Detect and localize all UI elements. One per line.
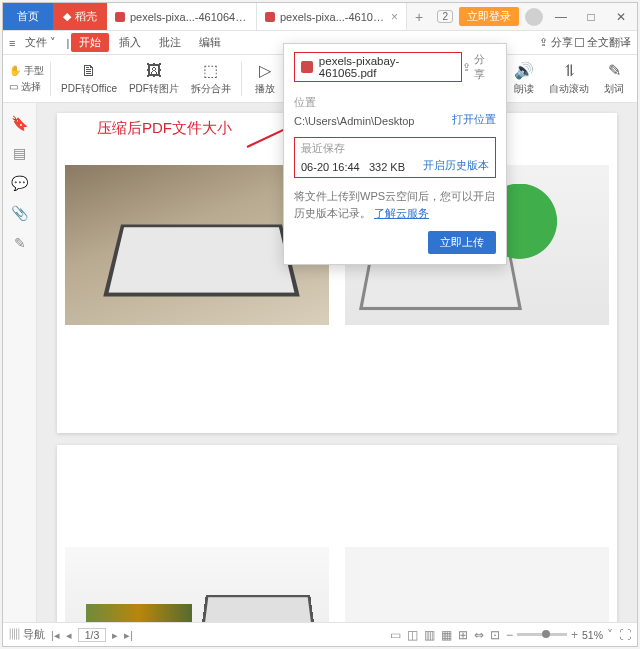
maximize-button[interactable]: □ xyxy=(579,10,603,24)
recent-save-box: 最近保存 06-20 16:44 332 KB 开启历史版本 xyxy=(294,137,496,178)
tab-label: pexels-pixa...-461064.pdf xyxy=(130,11,248,23)
popover-filename-box: pexels-pixabay-461065.pdf xyxy=(294,52,462,82)
first-page-button[interactable]: |◂ xyxy=(51,629,60,641)
comment-icon[interactable]: 💬 xyxy=(11,175,28,191)
file-info-popover: pexels-pixabay-461065.pdf ⇪分享 位置 C:\User… xyxy=(283,43,507,265)
signature-icon[interactable]: ✎ xyxy=(14,235,26,251)
split-merge[interactable]: ⬚拆分合并 xyxy=(187,62,235,96)
tab-label: pexels-pixa...-461065.pdf xyxy=(280,11,386,23)
file-menu[interactable]: 文件 ˅ xyxy=(17,33,64,52)
pdf-image-label: PDF转图片 xyxy=(129,82,179,96)
translate-label: 全文翻译 xyxy=(587,35,631,50)
underline-label: 划词 xyxy=(604,82,624,96)
prev-page-button[interactable]: ◂ xyxy=(66,629,72,641)
play-icon: ▷ xyxy=(259,62,271,80)
zoom-dropdown-icon[interactable]: ˅ xyxy=(607,628,613,642)
select-label: 选择 xyxy=(21,80,41,94)
pdf-icon xyxy=(301,61,313,73)
translate-link[interactable]: 全文翻译 xyxy=(575,35,631,50)
hand-tool[interactable]: ✋ 手型 xyxy=(9,64,44,78)
pen-icon: ✎ xyxy=(608,62,621,80)
share-label: 分享 xyxy=(474,52,496,82)
fullscreen-button[interactable]: ⛶ xyxy=(619,628,631,642)
login-button[interactable]: 立即登录 xyxy=(459,7,519,26)
attachment-icon[interactable]: 📎 xyxy=(11,205,28,221)
cloud-service-link[interactable]: 了解云服务 xyxy=(374,207,429,219)
view-mode-1[interactable]: ▭ xyxy=(390,628,401,642)
play-label: 播放 xyxy=(255,82,275,96)
left-sidebar: 🔖 ▤ 💬 📎 ✎ xyxy=(3,103,37,622)
menu-edit[interactable]: 编辑 xyxy=(191,33,229,52)
read-label: 朗读 xyxy=(514,82,534,96)
view-mode-2[interactable]: ◫ xyxy=(407,628,418,642)
next-page-button[interactable]: ▸ xyxy=(112,629,118,641)
hand-label: 手型 xyxy=(24,64,44,78)
view-mode-3[interactable]: ▥ xyxy=(424,628,435,642)
split-label: 拆分合并 xyxy=(191,82,231,96)
menu-insert[interactable]: 插入 xyxy=(111,33,149,52)
pdf-page-2 xyxy=(57,445,617,622)
menu-annotate[interactable]: 批注 xyxy=(151,33,189,52)
pdf-to-office[interactable]: 🗎PDF转Office xyxy=(57,62,121,96)
popover-share[interactable]: ⇪分享 xyxy=(462,52,496,82)
split-icon: ⬚ xyxy=(203,62,218,80)
shell-tab[interactable]: ◆ 稻壳 xyxy=(53,3,107,30)
menu-start[interactable]: 开始 xyxy=(71,33,109,52)
fit-page[interactable]: ⊡ xyxy=(490,628,500,642)
pdf-icon xyxy=(115,12,125,22)
popover-filename: pexels-pixabay-461065.pdf xyxy=(319,55,456,79)
hamburger-icon[interactable]: ≡ xyxy=(9,37,15,49)
cloud-hint: 将文件上传到WPS云空间后，您可以开启历史版本记录。 了解云服务 xyxy=(284,184,506,231)
fit-width[interactable]: ⇔ xyxy=(474,628,484,642)
zoom-in-button[interactable]: + xyxy=(571,628,578,642)
share-label: 分享 xyxy=(551,35,573,50)
document-tab-2[interactable]: pexels-pixa...-461065.pdf × xyxy=(257,3,407,30)
close-tab-icon[interactable]: × xyxy=(391,10,398,24)
share-link[interactable]: ⇪分享 xyxy=(539,35,573,50)
underline-tool[interactable]: ✎划词 xyxy=(597,62,631,96)
convert-icon: 🗎 xyxy=(81,62,97,80)
zoom-slider[interactable] xyxy=(517,633,567,636)
play-button[interactable]: ▷播放 xyxy=(248,62,282,96)
nav-toggle[interactable]: ▥ 导航 xyxy=(9,628,45,642)
pdf-office-label: PDF转Office xyxy=(61,82,117,96)
shell-label: 稻壳 xyxy=(75,9,97,24)
bookmark-icon[interactable]: 🔖 xyxy=(11,115,28,131)
nav-label: 导航 xyxy=(23,628,45,640)
home-tab[interactable]: 首页 xyxy=(3,3,53,30)
status-bar: ▥ 导航 |◂ ◂ 1/3 ▸ ▸| ▭ ◫ ▥ ▦ ⊞ ⇔ ⊡ − + 51%… xyxy=(3,622,637,646)
auto-scroll-label: 自动滚动 xyxy=(549,82,589,96)
zoom-out-button[interactable]: − xyxy=(506,628,513,642)
page-indicator[interactable]: 1/3 xyxy=(78,628,107,642)
add-tab-button[interactable]: + xyxy=(407,3,431,30)
pdf-icon xyxy=(265,12,275,22)
avatar[interactable] xyxy=(525,8,543,26)
close-button[interactable]: ✕ xyxy=(609,10,633,24)
image-icon: 🖼 xyxy=(146,62,162,80)
read-aloud[interactable]: 🔊朗读 xyxy=(507,62,541,96)
view-mode-5[interactable]: ⊞ xyxy=(458,628,468,642)
last-page-button[interactable]: ▸| xyxy=(124,629,133,641)
file-label: 文件 xyxy=(25,36,47,48)
zoom-value[interactable]: 51% xyxy=(582,629,603,641)
scroll-icon: ⥮ xyxy=(563,62,576,80)
outline-icon[interactable]: ▤ xyxy=(13,145,26,161)
document-tab-1[interactable]: pexels-pixa...-461064.pdf xyxy=(107,3,257,30)
view-mode-4[interactable]: ▦ xyxy=(441,628,452,642)
image-bottom-right xyxy=(345,547,609,622)
location-label: 位置 xyxy=(294,96,496,110)
file-path: C:\Users\Admin\Desktop xyxy=(294,115,414,127)
select-tool[interactable]: ▭ 选择 xyxy=(9,80,44,94)
upload-button[interactable]: 立即上传 xyxy=(428,231,496,254)
history-link[interactable]: 开启历史版本 xyxy=(423,158,489,173)
notification-badge[interactable]: 2 xyxy=(437,10,453,23)
pdf-to-image[interactable]: 🖼PDF转图片 xyxy=(125,62,183,96)
image-bottom xyxy=(65,547,329,622)
auto-scroll[interactable]: ⥮自动滚动 xyxy=(545,62,593,96)
recent-save-label: 最近保存 xyxy=(301,142,489,156)
recent-size: 332 KB xyxy=(369,161,405,173)
open-location-link[interactable]: 打开位置 xyxy=(452,112,496,127)
minimize-button[interactable]: — xyxy=(549,10,573,24)
speaker-icon: 🔊 xyxy=(514,62,534,80)
shell-icon: ◆ xyxy=(63,10,71,23)
